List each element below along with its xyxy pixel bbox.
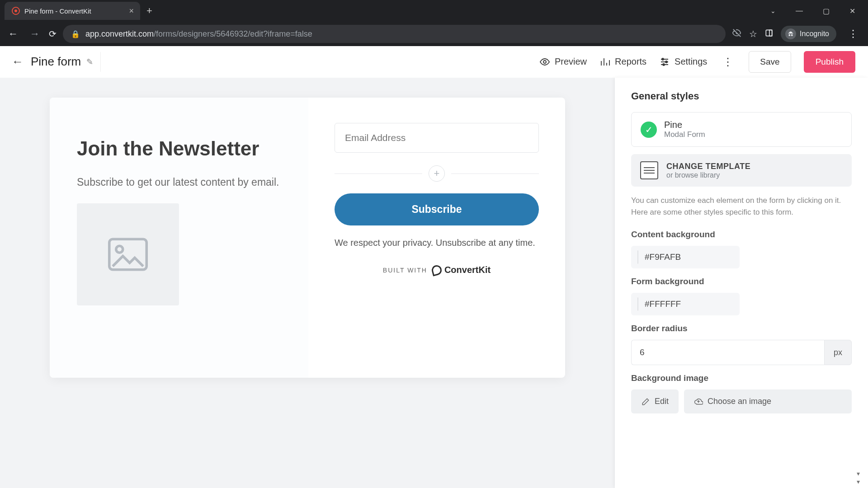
close-tab-icon[interactable]: × [129, 6, 134, 16]
svg-rect-1 [769, 30, 772, 36]
panel-help-text: You can customize each element on the fo… [631, 195, 852, 218]
bg-image-label: Background image [631, 373, 852, 383]
privacy-text[interactable]: We respect your privacy. Unsubscribe at … [335, 236, 539, 249]
divider-line [335, 174, 422, 174]
browser-menu-icon[interactable]: ⋮ [844, 28, 863, 40]
built-with-badge[interactable]: BUILT WITH ConvertKit [335, 265, 539, 275]
content-bg-value[interactable] [645, 252, 752, 262]
add-field-button[interactable]: + [429, 165, 445, 182]
browser-chrome: Pine form - ConvertKit × + ⌄ ― ▢ ✕ ← → ⟳… [0, 0, 868, 46]
workspace: Join the Newsletter Subscribe to get our… [0, 78, 868, 488]
incognito-icon [785, 28, 796, 39]
more-menu-icon[interactable]: ⋮ [720, 56, 736, 68]
change-template-sub: or browse library [666, 171, 750, 179]
reports-label: Reports [615, 56, 646, 67]
change-template-title: CHANGE TEMPLATE [666, 162, 750, 171]
divider-line [451, 174, 539, 174]
border-radius-label: Border radius [631, 324, 852, 333]
window-controls: ⌄ ― ▢ ✕ [762, 2, 868, 20]
back-arrow-button[interactable]: ← [8, 52, 31, 71]
brand-name: ConvertKit [444, 265, 491, 275]
template-name: Pine [664, 120, 705, 130]
svg-point-3 [662, 58, 664, 60]
address-bar: ← → ⟳ 🔒 app.convertkit.com/forms/designe… [0, 22, 868, 46]
tabs-dropdown-icon[interactable]: ⌄ [762, 3, 784, 19]
form-subheading[interactable]: Subscribe to get our latest content by e… [77, 175, 281, 190]
convertkit-mark-icon [430, 264, 443, 276]
form-bg-swatch[interactable] [637, 297, 638, 311]
convertkit-logo: ConvertKit [432, 265, 491, 275]
url-domain: app.convertkit.com [85, 29, 154, 38]
chevron-down-icon: ▾ [857, 478, 860, 485]
app-root: ← Pine form ✎ Preview Reports Settings ⋮… [0, 46, 868, 488]
form-canvas[interactable]: Join the Newsletter Subscribe to get our… [0, 78, 615, 488]
panel-body[interactable]: ✓ Pine Modal Form CHANGE TEMPLATE or bro… [615, 112, 868, 488]
email-input[interactable] [335, 123, 539, 153]
minimize-icon[interactable]: ― [788, 2, 811, 19]
choose-image-label: Choose an image [708, 397, 771, 406]
reports-button[interactable]: Reports [599, 56, 646, 67]
preview-label: Preview [555, 56, 587, 67]
forward-icon: → [27, 26, 42, 42]
form-heading[interactable]: Join the Newsletter [77, 137, 281, 160]
settings-label: Settings [675, 56, 707, 67]
app-header: ← Pine form ✎ Preview Reports Settings ⋮… [0, 46, 868, 78]
form-left-panel[interactable]: Join the Newsletter Subscribe to get our… [50, 98, 308, 378]
form-bg-label: Form background [631, 277, 852, 286]
panel-scroll-indicator: ▾ ▾ [857, 470, 860, 485]
choose-image-button[interactable]: Choose an image [684, 389, 852, 413]
incognito-label: Incognito [800, 30, 829, 38]
chevron-down-icon: ▾ [857, 470, 860, 477]
cloud-upload-icon [694, 397, 703, 406]
edit-name-icon[interactable]: ✎ [86, 57, 93, 67]
form-bg-picker[interactable] [631, 293, 740, 315]
bar-chart-icon [599, 56, 610, 67]
panel-title: General styles [615, 78, 868, 112]
save-button[interactable]: Save [749, 51, 791, 73]
content-bg-picker[interactable] [631, 246, 740, 268]
change-template-button[interactable]: CHANGE TEMPLATE or browse library [631, 154, 852, 187]
url-field[interactable]: 🔒 app.convertkit.com/forms/designers/564… [63, 25, 726, 43]
back-icon[interactable]: ← [5, 26, 21, 42]
browser-tab[interactable]: Pine form - ConvertKit × [5, 2, 140, 20]
border-radius-row: px [631, 340, 852, 365]
preview-button[interactable]: Preview [539, 56, 587, 67]
template-library-icon [640, 161, 658, 179]
border-radius-input[interactable] [631, 340, 824, 365]
form-name-container: Pine form ✎ [31, 55, 93, 69]
bg-image-buttons: Edit Choose an image [631, 389, 852, 413]
pencil-icon [641, 397, 650, 406]
sliders-icon [659, 56, 670, 67]
built-with-prefix: BUILT WITH [383, 267, 427, 274]
svg-point-5 [663, 64, 665, 66]
form-bg-value[interactable] [645, 299, 752, 309]
extensions-icon[interactable] [764, 28, 774, 40]
subscribe-button[interactable]: Subscribe [335, 193, 539, 225]
maximize-icon[interactable]: ▢ [815, 2, 838, 20]
bookmark-star-icon[interactable]: ☆ [749, 28, 757, 39]
lock-icon: 🔒 [71, 30, 80, 38]
tab-favicon-icon [12, 7, 20, 15]
edit-image-label: Edit [655, 397, 669, 406]
eye-off-icon[interactable] [732, 28, 742, 40]
form-right-panel[interactable]: + Subscribe We respect your privacy. Uns… [308, 98, 565, 378]
edit-image-button[interactable]: Edit [631, 389, 679, 413]
close-window-icon[interactable]: ✕ [841, 2, 863, 20]
url-path: /forms/designers/5646932/edit?iframe=fal… [154, 29, 312, 38]
image-placeholder[interactable] [77, 203, 179, 305]
header-divider [100, 52, 101, 72]
svg-point-4 [665, 61, 667, 63]
form-preview-card[interactable]: Join the Newsletter Subscribe to get our… [50, 98, 565, 378]
new-tab-button[interactable]: + [140, 5, 159, 17]
incognito-badge[interactable]: Incognito [781, 26, 836, 42]
content-bg-label: Content background [631, 230, 852, 239]
template-type: Modal Form [664, 130, 705, 139]
settings-button[interactable]: Settings [659, 56, 707, 67]
tab-title: Pine form - ConvertKit [24, 7, 91, 15]
reload-icon[interactable]: ⟳ [49, 28, 57, 39]
header-actions: Preview Reports Settings ⋮ Save Publish [527, 51, 855, 73]
content-bg-swatch[interactable] [637, 250, 638, 264]
publish-button[interactable]: Publish [804, 51, 855, 73]
svg-point-2 [543, 61, 546, 63]
current-template-card[interactable]: ✓ Pine Modal Form [631, 112, 852, 147]
